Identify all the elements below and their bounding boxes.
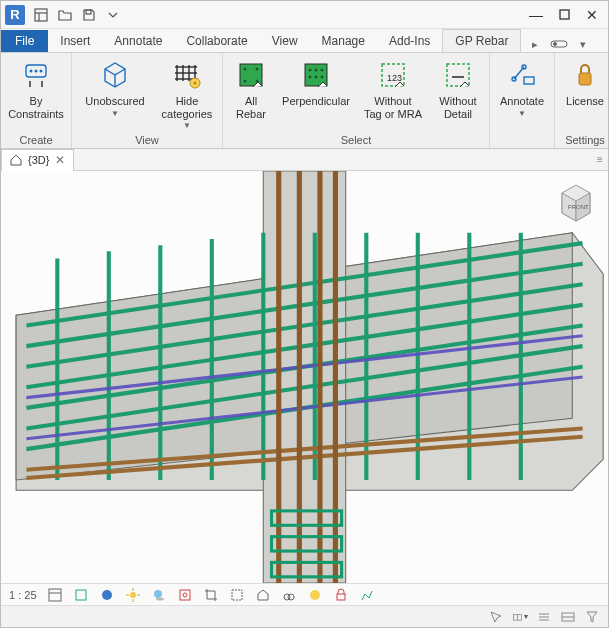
- svg-text:FRONT: FRONT: [568, 204, 589, 210]
- view-cube[interactable]: FRONT: [554, 179, 598, 223]
- sb-worksets-icon[interactable]: ▾: [512, 609, 528, 625]
- group-label-view: View: [78, 132, 216, 146]
- home-icon: [10, 154, 22, 166]
- sb-list-icon[interactable]: [536, 609, 552, 625]
- svg-line-39: [514, 67, 524, 79]
- model-view: [1, 171, 608, 583]
- svg-rect-88: [180, 590, 190, 600]
- vc-temp-hide-icon[interactable]: [281, 587, 297, 603]
- tab-gprebar[interactable]: GP Rebar: [442, 29, 521, 52]
- tab-insert[interactable]: Insert: [48, 30, 102, 52]
- svg-point-28: [309, 69, 312, 72]
- svg-point-21: [194, 82, 197, 85]
- ribbon-panel: By Constraints Create Unobscured ▼ Hide …: [1, 53, 608, 149]
- tab-dropdown-icon[interactable]: ▾: [573, 36, 593, 52]
- svg-point-29: [315, 69, 318, 72]
- svg-point-24: [256, 68, 259, 71]
- tab-addins[interactable]: Add-Ins: [377, 30, 442, 52]
- qat-properties-icon[interactable]: [31, 5, 51, 25]
- qat-dropdown-icon[interactable]: [103, 5, 123, 25]
- sb-filter-icon[interactable]: [584, 609, 600, 625]
- svg-point-8: [30, 70, 33, 73]
- svg-point-23: [244, 68, 247, 71]
- btn-label: Unobscured: [85, 95, 144, 108]
- btn-label: All Rebar: [236, 95, 266, 120]
- vc-detail-level-icon[interactable]: [73, 587, 89, 603]
- btn-perpendicular[interactable]: Perpendicular: [279, 57, 353, 110]
- btn-without-tag[interactable]: 123 Without Tag or MRA: [359, 57, 427, 122]
- svg-point-86: [154, 590, 162, 598]
- vc-crop-toggle-icon[interactable]: [229, 587, 245, 603]
- vc-constraints-icon[interactable]: [333, 587, 349, 603]
- close-button[interactable]: ✕: [580, 5, 604, 25]
- close-tab-icon[interactable]: ✕: [55, 153, 65, 167]
- svg-point-9: [35, 70, 38, 73]
- group-label-create: Create: [7, 132, 65, 146]
- tab-view[interactable]: View: [260, 30, 310, 52]
- svg-point-25: [244, 80, 247, 83]
- vc-scale-list-icon[interactable]: [47, 587, 63, 603]
- vc-shadows-icon[interactable]: [151, 587, 167, 603]
- view-control-bar: 1 : 25: [1, 583, 608, 605]
- svg-point-80: [102, 590, 112, 600]
- btn-by-constraints[interactable]: By Constraints: [7, 57, 65, 122]
- sb-selection-icon[interactable]: [488, 609, 504, 625]
- tab-collaborate[interactable]: Collaborate: [174, 30, 259, 52]
- vc-sun-path-icon[interactable]: [125, 587, 141, 603]
- svg-point-93: [310, 590, 320, 600]
- status-bar: ▾: [1, 605, 608, 627]
- vc-reveal-icon[interactable]: [307, 587, 323, 603]
- vc-lock-icon[interactable]: [255, 587, 271, 603]
- tab-manage[interactable]: Manage: [310, 30, 377, 52]
- vc-render-icon[interactable]: [177, 587, 193, 603]
- btn-label: Perpendicular: [282, 95, 350, 108]
- btn-label: Hide categories: [162, 95, 213, 120]
- btn-without-detail[interactable]: Without Detail: [433, 57, 483, 122]
- svg-point-33: [321, 76, 324, 79]
- title-bar: R — ✕: [1, 1, 608, 29]
- svg-point-92: [288, 594, 294, 600]
- svg-point-30: [321, 69, 324, 72]
- svg-point-81: [130, 592, 136, 598]
- viewport-3d[interactable]: FRONT: [1, 171, 608, 583]
- chevron-down-icon: ▼: [518, 109, 526, 118]
- minimize-button[interactable]: —: [524, 5, 548, 25]
- btn-all-rebar[interactable]: All Rebar: [229, 57, 273, 122]
- tab-collapse-icon[interactable]: [549, 36, 569, 52]
- tab-nav-right-icon[interactable]: ▸: [525, 36, 545, 52]
- vc-visual-style-icon[interactable]: [99, 587, 115, 603]
- btn-license[interactable]: License: [561, 57, 609, 110]
- btn-label: License: [566, 95, 604, 108]
- chevron-down-icon: ▼: [111, 109, 119, 118]
- svg-rect-41: [579, 73, 591, 85]
- svg-point-10: [40, 70, 43, 73]
- tab-file[interactable]: File: [1, 30, 48, 52]
- btn-label: Without Tag or MRA: [364, 95, 422, 120]
- btn-label: By Constraints: [8, 95, 64, 120]
- view-tab-strip: {3D} ✕ ≡: [1, 149, 608, 171]
- svg-rect-4: [560, 10, 569, 19]
- svg-rect-94: [337, 594, 345, 600]
- view-tab-3d[interactable]: {3D} ✕: [1, 149, 74, 171]
- btn-label: Annotate: [500, 95, 544, 108]
- vc-crop-icon[interactable]: [203, 587, 219, 603]
- tab-strip-overflow-icon[interactable]: ≡: [592, 152, 608, 168]
- btn-hide-categories[interactable]: Hide categories ▼: [158, 57, 216, 132]
- ribbon-tab-strip: File Insert Annotate Collaborate View Ma…: [1, 29, 608, 53]
- qat-open-icon[interactable]: [55, 5, 75, 25]
- svg-point-87: [156, 597, 164, 600]
- chevron-down-icon: ▼: [183, 121, 191, 130]
- vc-analytical-icon[interactable]: [359, 587, 375, 603]
- maximize-button[interactable]: [552, 5, 576, 25]
- scale-display[interactable]: 1 : 25: [9, 589, 37, 601]
- tab-annotate[interactable]: Annotate: [102, 30, 174, 52]
- sb-sync-icon[interactable]: [560, 609, 576, 625]
- svg-point-32: [315, 76, 318, 79]
- group-label-annotate-empty: [496, 132, 548, 146]
- svg-text:123: 123: [387, 73, 402, 83]
- btn-annotate[interactable]: Annotate ▼: [496, 57, 548, 120]
- btn-unobscured[interactable]: Unobscured ▼: [78, 57, 152, 120]
- qat-save-icon[interactable]: [79, 5, 99, 25]
- svg-rect-79: [76, 590, 86, 600]
- svg-point-31: [309, 76, 312, 79]
